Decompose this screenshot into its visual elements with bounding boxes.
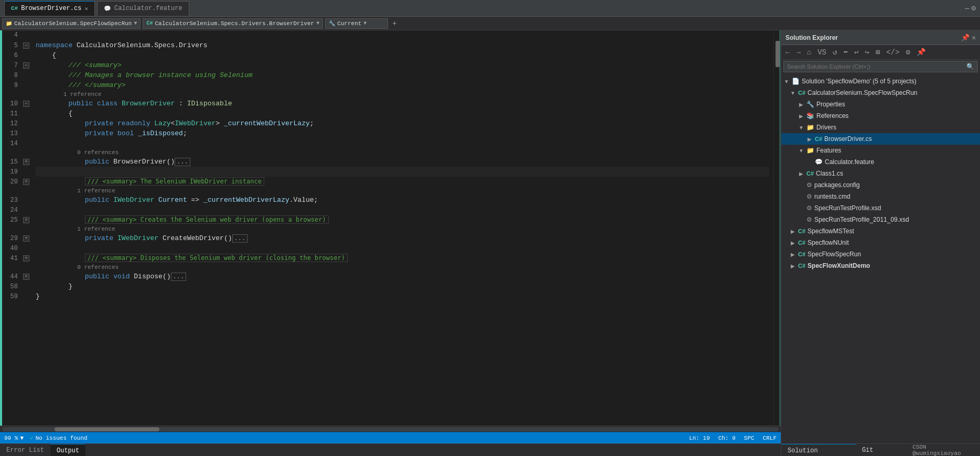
horizontal-scrollbar[interactable] <box>0 426 781 432</box>
collapse-29[interactable]: + <box>23 235 29 242</box>
code-line-8: /// Manages a browser instance using Sel… <box>36 70 769 80</box>
code-line-6: { <box>36 50 769 60</box>
zoom-control[interactable]: 99 % ▼ <box>4 435 24 441</box>
line-23: 23 <box>2 195 31 205</box>
collapse-25[interactable]: + <box>23 217 29 223</box>
tree-item-specrun-profile-2011[interactable]: ▶ ⚙ SpecRunTestProfile_2011_09.xsd <box>781 214 980 225</box>
code-line-20: /// <summary> The Selenium IWebDriver in… <box>36 177 769 187</box>
calc-specflow-label: CalculatorSelenium.SpecFlowSpecRun <box>807 89 917 96</box>
code-line-11: { <box>36 108 769 118</box>
tree-item-calc-feature[interactable]: ▶ 💬 Calculator.feature <box>781 156 980 168</box>
se-tab-git-changes[interactable]: Git Changes <box>856 444 908 457</box>
ref-after-25 <box>2 225 31 233</box>
se-undo-btn[interactable]: ↩ <box>852 47 860 58</box>
features-label: Features <box>816 147 841 154</box>
code-line-13: private bool _isDisposed; <box>36 128 769 138</box>
specrun-proj-chevron: ▶ <box>790 252 796 257</box>
xunit-label: SpecFlowXunitDemo <box>807 262 870 269</box>
code-editor[interactable]: 4 5 − 6 <box>0 30 781 426</box>
se-back-btn[interactable]: ← <box>783 47 792 58</box>
tree-item-specrun-profile[interactable]: ▶ ⚙ SpecRunTestProfile.xsd <box>781 202 980 214</box>
properties-label: Properties <box>816 101 845 108</box>
properties-icon: 🔧 <box>806 101 814 108</box>
tab-label-calculator: Calculator.feature <box>114 5 182 12</box>
project-dropdown-arrow: ▼ <box>134 20 137 26</box>
tab-output[interactable]: Output <box>50 444 85 457</box>
se-search-icon: 🔍 <box>966 63 974 71</box>
tab-close-browser-driver[interactable]: ✕ <box>84 5 88 12</box>
code-line-12: private readonly Lazy<IWebDriver> _curre… <box>36 118 769 128</box>
line-11: 11 <box>2 108 31 118</box>
se-tab-solution-explorer[interactable]: Solution Explorer <box>781 444 856 457</box>
tree-item-features[interactable]: ▼ 📁 Features <box>781 145 980 156</box>
se-redo-btn[interactable]: ↪ <box>863 47 871 58</box>
tab-calculator-feature[interactable]: 💬 Calculator.feature <box>97 1 189 16</box>
se-refresh-btn[interactable]: ↺ <box>831 47 839 58</box>
se-search-input[interactable] <box>787 63 964 70</box>
tree-item-class1[interactable]: ▶ C# Class1.cs <box>781 168 980 179</box>
tree-item-drivers[interactable]: ▼ 📁 Drivers <box>781 122 980 133</box>
tree-item-browser-driver[interactable]: ▶ C# BrowserDriver.cs <box>781 133 980 145</box>
h-scroll-thumb[interactable] <box>55 427 159 431</box>
collapse-7[interactable]: − <box>23 62 29 69</box>
issues-indicator: ✓ No issues found <box>30 435 88 441</box>
se-pin2-btn[interactable]: 📌 <box>914 47 928 58</box>
collapse-10[interactable]: − <box>23 101 29 107</box>
project-dropdown[interactable]: 📁 CalculatorSelenium.SpecFlowSpecRun ▼ <box>2 18 141 29</box>
settings-icon[interactable]: ⚙ <box>972 4 976 13</box>
specrun-label: SpecRunTestProfile.xsd <box>814 204 881 212</box>
se-close-icon[interactable]: ✕ <box>972 34 976 42</box>
tree-item-specrun[interactable]: ▶ C# SpecFlowSpecRun <box>781 248 980 260</box>
tree-item-solution[interactable]: ▼ 📄 Solution 'SpecflowDemo' (5 of 5 proj… <box>781 75 980 87</box>
tree-item-references[interactable]: ▶ 📚 References <box>781 110 980 122</box>
mstest-label: SpecflowMSTest <box>807 227 854 235</box>
nav-bar: 📁 CalculatorSelenium.SpecFlowSpecRun ▼ C… <box>0 17 980 30</box>
nunit-icon: C# <box>798 240 805 246</box>
add-panel-button[interactable]: + <box>392 19 396 28</box>
tree-item-mstest[interactable]: ▶ C# SpecflowMSTest <box>781 225 980 237</box>
collapse-41[interactable]: + <box>23 255 29 262</box>
nunit-label: SpecflowNUnit <box>807 239 849 246</box>
code-line-19 <box>36 167 769 177</box>
line-20: 20 + <box>2 177 31 187</box>
tree-item-runtests[interactable]: ▶ ⚙ runtests.cmd <box>781 191 980 202</box>
tab-browser-driver[interactable]: C# BrowserDriver.cs ✕ <box>4 1 95 16</box>
code-line-58: } <box>36 281 769 291</box>
feature-icon: 💬 <box>104 5 111 12</box>
minimap-scrollbar[interactable] <box>773 30 781 426</box>
tree-item-calc-specflow[interactable]: ▼ C# CalculatorSelenium.SpecFlowSpecRun <box>781 87 980 99</box>
se-vs-btn[interactable]: VS <box>815 47 828 58</box>
se-filter-btn[interactable]: ⊞ <box>874 47 882 58</box>
tree-item-packages[interactable]: ▶ ⚙ packages.config <box>781 179 980 191</box>
se-settings-btn[interactable]: ⚙ <box>903 47 912 58</box>
member-dropdown[interactable]: 🔧 Current ▼ <box>325 18 388 29</box>
line-10: ▶ 10 − <box>2 99 31 108</box>
se-home-btn[interactable]: ⌂ <box>805 47 813 58</box>
class-dropdown-arrow: ▼ <box>316 20 319 26</box>
tab-error-list[interactable]: Error List <box>0 444 50 457</box>
class-dropdown[interactable]: C# CalculatorSelenium.Specs.Drivers.Brow… <box>143 18 323 29</box>
collapse-44[interactable]: + <box>23 274 29 280</box>
references-chevron: ▶ <box>798 113 804 119</box>
browser-driver-chevron: ▶ <box>806 136 813 142</box>
mstest-icon: C# <box>798 228 805 234</box>
minimize-icon[interactable]: — <box>965 4 969 13</box>
collapse-5[interactable]: − <box>23 42 29 49</box>
drivers-chevron: ▼ <box>798 125 804 131</box>
code-text-area[interactable]: namespace CalculatorSelenium.Specs.Drive… <box>31 30 773 426</box>
nunit-chevron: ▶ <box>790 240 796 246</box>
se-forward-btn[interactable]: → <box>794 47 802 58</box>
se-pin-icon[interactable]: 📌 <box>961 34 970 42</box>
se-back2-btn[interactable]: ⬅ <box>841 47 849 58</box>
browser-driver-label: BrowserDriver.cs <box>824 135 872 143</box>
tree-item-properties[interactable]: ▶ 🔧 Properties <box>781 99 980 110</box>
se-code-btn[interactable]: </> <box>884 47 901 58</box>
collapse-15[interactable]: + <box>23 159 29 165</box>
tree-item-nunit[interactable]: ▶ C# SpecflowNUnit <box>781 237 980 248</box>
tree-item-xunit[interactable]: ▶ C# SpecFlowXunitDemo <box>781 260 980 272</box>
collapse-20[interactable]: + <box>23 179 29 185</box>
packages-label: packages.config <box>814 181 860 189</box>
se-attribution: CSDN @wumingxiaoyao <box>908 444 980 457</box>
h-scroll-track[interactable] <box>2 427 779 431</box>
line-numbers-panel: 4 5 − 6 <box>2 30 31 426</box>
